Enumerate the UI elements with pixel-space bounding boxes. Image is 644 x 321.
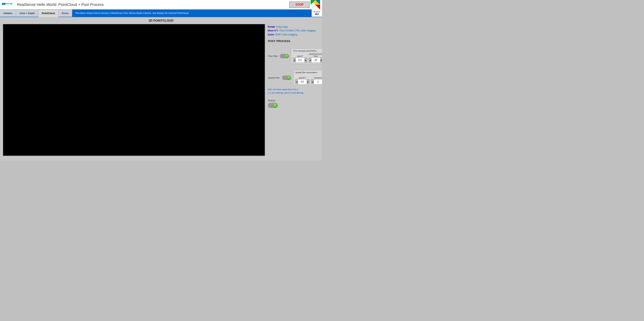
alphaT-field: alphaT ◀ ▶ — [293, 55, 307, 63]
alphaXY-input-row: ◀ ▶ — [295, 79, 310, 84]
main-content: 3D POINTCLOUD Rotate: Drag image Move X-… — [0, 17, 322, 161]
rotate-label: Rotate — [268, 26, 275, 28]
texture-toggle-knob — [273, 103, 277, 107]
time-params-fields: alphaT ◀ ▶ deltaDispT(1/32 disp) — [293, 53, 322, 63]
time-filter-knob — [285, 54, 288, 58]
time-params-title: Time average parameters — [293, 50, 322, 52]
pointcloud-canvas[interactable] — [3, 24, 265, 156]
svg-text:intel: intel — [2, 4, 5, 5]
spatial-filter-label: Spatial Filter — [268, 77, 280, 79]
right-panel: Rotate: Drag image Move X-Y: HOLD DOWN C… — [268, 24, 322, 159]
texture-row: Texture — [268, 99, 322, 108]
deltaDispT-input-row: ◀ ▶ — [309, 58, 322, 63]
deltaDispT-decrement[interactable]: ◀ — [309, 58, 312, 62]
post-process-section: POST PROCESS Time Filter Time average pa… — [268, 39, 322, 95]
iterations-field: iterations ◀ ▶ — [311, 77, 322, 84]
app-title: RealSense Hello World: PointCloud + Post… — [17, 3, 289, 7]
time-filter-row: Time Filter Time average parameters alph… — [268, 45, 322, 68]
stop-button[interactable]: STOP — [289, 2, 310, 8]
iteration-value: 357 — [315, 13, 319, 16]
rotate-text: : Drag image — [275, 26, 288, 28]
iterations-input-row: ◀ ▶ — [311, 79, 322, 84]
alphaT-decrement[interactable]: ◀ — [293, 58, 296, 62]
tab-initialize[interactable]: Initialize — [0, 10, 16, 17]
deltaDispT-label: deltaDispT(1/32 disp) — [309, 53, 322, 57]
intel-realsense-logo: intel REAL REAL SENSE TECHNOLOGY — [2, 1, 12, 8]
alphaT-increment[interactable]: ▶ — [304, 58, 307, 62]
corner-graphic — [310, 0, 320, 10]
spatial-filter-toggle[interactable] — [282, 76, 291, 80]
alpha-note-line1: Alph can have values from 0 to 1 — [268, 88, 322, 91]
svg-point-7 — [11, 4, 12, 4]
instructions: Rotate: Drag image Move X-Y: HOLD DOWN C… — [268, 24, 322, 38]
iterations-label: iterations — [314, 77, 322, 79]
post-process-title: POST PROCESS — [268, 39, 322, 43]
move-text: : HOLD DOWN CTRL while dragging. — [278, 29, 316, 32]
tab-description: This demo shows how to connect a RealSen… — [72, 10, 312, 17]
tab-errors[interactable]: Errors — [58, 10, 72, 17]
alphaT-label: alphaT — [297, 55, 303, 57]
spatial-params-box: Spatial filter parameters alphaXY ◀ ▶ — [293, 70, 322, 86]
zoom-text: : SHIFT while dragging. — [274, 33, 298, 36]
zoom-instruction: Zoom: SHIFT while dragging. — [268, 33, 322, 37]
deltaDispT-field: deltaDispT(1/32 disp) ◀ ▶ — [309, 53, 322, 63]
alphaXY-decrement[interactable]: ◀ — [296, 80, 298, 84]
svg-text:TECHNOLOGY: TECHNOLOGY — [6, 5, 12, 6]
spatial-params-fields: alphaXY ◀ ▶ iterations ◀ — [295, 75, 322, 84]
iterations-input[interactable] — [314, 80, 322, 84]
time-filter-label: Time Filter — [268, 55, 278, 57]
deltaDispT-increment[interactable]: ▶ — [320, 58, 322, 62]
time-params-box: Time average parameters alphaT ◀ ▶ — [291, 48, 322, 64]
header: intel REAL REAL SENSE TECHNOLOGY RealSen… — [0, 0, 322, 10]
time-filter-toggle[interactable] — [280, 54, 289, 58]
iteration-label: iteration — [314, 11, 320, 13]
deltaDispT-input[interactable] — [312, 58, 320, 62]
spatial-filter-knob — [287, 76, 291, 80]
tab-color-depth[interactable]: Color + Depth — [16, 10, 38, 17]
iterations-decrement[interactable]: ◀ — [311, 80, 314, 84]
svg-marker-11 — [315, 5, 320, 10]
move-label: Move X-Y — [268, 29, 278, 32]
rotate-instruction: Rotate: Drag image — [268, 25, 322, 29]
iteration-box: iteration 357 — [312, 10, 322, 17]
content-row: Rotate: Drag image Move X-Y: HOLD DOWN C… — [3, 24, 319, 159]
texture-label: Texture — [268, 99, 275, 102]
section-title: 3D POINTCLOUD — [3, 19, 319, 23]
texture-toggle[interactable] — [268, 103, 278, 108]
alphaXY-input[interactable] — [298, 80, 306, 84]
move-instruction: Move X-Y: HOLD DOWN CTRL while dragging. — [268, 29, 322, 33]
alpha-note-line2: 1 is zero filtering, and 0 is max filter… — [268, 91, 322, 95]
zoom-label: Zoom — [268, 33, 274, 36]
alphaXY-increment[interactable]: ▶ — [306, 80, 309, 84]
alphaT-input-row: ◀ ▶ — [293, 58, 307, 63]
alphaT-input[interactable] — [296, 58, 304, 62]
alphaXY-field: alphaXY ◀ ▶ — [295, 77, 310, 84]
tab-pointcloud[interactable]: PointCloud — [38, 10, 58, 17]
logo-area: intel REAL REAL SENSE TECHNOLOGY — [2, 1, 13, 8]
spatial-params-title: Spatial filter parameters — [295, 71, 322, 74]
tab-bar: Initialize Color + Depth PointCloud Erro… — [0, 10, 322, 17]
alphaXY-label: alphaXY — [299, 77, 306, 79]
spatial-filter-row: Spatial Filter Spatial filter parameters… — [268, 70, 322, 86]
alpha-note: Alph can have values from 0 to 1 1 is ze… — [268, 88, 322, 95]
